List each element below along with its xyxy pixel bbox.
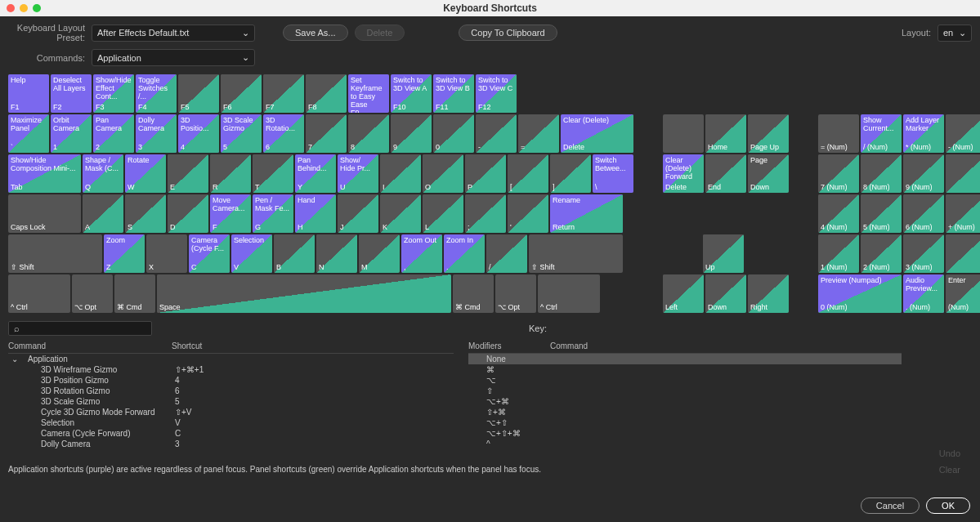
table-row[interactable]: Dolly Camera3 [8, 439, 454, 449]
key[interactable]: F7 [263, 74, 304, 113]
key[interactable]: M [359, 234, 400, 273]
key[interactable]: - (Num) [946, 114, 980, 153]
key[interactable]: Add Layer Marker* (Num) [903, 114, 944, 153]
key[interactable]: 1 (Num) [818, 234, 859, 273]
save-as-button[interactable]: Save As... [283, 25, 348, 41]
key[interactable]: F6 [221, 74, 262, 113]
key[interactable]: End [705, 154, 746, 193]
key[interactable]: Up [703, 234, 744, 273]
key[interactable]: Enter(Num) [946, 274, 980, 313]
key[interactable]: Switch to 3D View AF10 [391, 74, 432, 113]
key[interactable]: Show/Hide Effect Cont...F3 [93, 74, 134, 113]
cancel-button[interactable]: Cancel [861, 497, 920, 514]
key[interactable]: Shape / Mask (C...Q [83, 154, 123, 193]
undo-button[interactable]: Undo [939, 448, 960, 458]
key[interactable]: 3D Rotatio...6 [263, 114, 304, 153]
key[interactable]: 8 [348, 114, 389, 153]
key[interactable]: S [125, 194, 166, 233]
key[interactable]: F5 [178, 74, 219, 113]
key[interactable]: Audio Preview.... (Num) [903, 274, 944, 313]
clear-button[interactable]: Clear [939, 465, 960, 475]
key[interactable]: 7 [306, 114, 347, 153]
table-row[interactable]: 3D Scale Gizmo5 [8, 396, 454, 407]
maximize-icon[interactable] [33, 4, 41, 12]
table-row[interactable]: ⌥+⇧+⌘ [468, 428, 902, 439]
table-row[interactable]: ⌘ [468, 364, 902, 375]
key[interactable]: 5 (Num) [861, 194, 902, 233]
table-row[interactable]: ⌥+⌘ [468, 396, 902, 407]
key[interactable]: HandH [295, 194, 336, 233]
key[interactable]: Clear (Delete)Delete [561, 114, 633, 153]
key[interactable]: Pan Behind...Y [295, 154, 336, 193]
key[interactable]: 7 (Num) [818, 154, 859, 193]
table-row[interactable]: ⌥ [468, 375, 902, 386]
key[interactable]: ⌥ Opt [72, 274, 113, 313]
key[interactable]: RotateW [125, 154, 166, 193]
search-input[interactable] [23, 323, 146, 333]
key[interactable]: = [518, 114, 559, 153]
key[interactable]: 4 (Num) [818, 194, 859, 233]
key[interactable]: ; [465, 194, 506, 233]
key[interactable]: P [465, 154, 506, 193]
key[interactable]: A [83, 194, 123, 233]
key[interactable]: ^ Ctrl [538, 274, 600, 313]
key[interactable]: Set Keyframe to Easy EaseF9 [348, 74, 389, 113]
key[interactable]: - [476, 114, 517, 153]
key[interactable]: N [316, 234, 357, 273]
key[interactable]: Zoom Out, [401, 234, 442, 273]
key[interactable]: Down [705, 274, 746, 313]
table-row[interactable]: ^ [468, 439, 902, 449]
table-row[interactable]: ⇧ [468, 386, 902, 396]
key[interactable]: Switch to 3D View CF12 [476, 74, 517, 113]
key[interactable]: 8 (Num) [861, 154, 902, 193]
key[interactable]: Camera (Cycle F...C [189, 234, 230, 273]
table-row[interactable]: SelectionV [8, 417, 454, 428]
key[interactable]: 3D Scale Gizmo5 [221, 114, 262, 153]
key[interactable]: = (Num) [818, 114, 859, 153]
key[interactable]: Orbit Camera1 [51, 114, 92, 153]
key[interactable]: ⇧ Shift [8, 234, 102, 273]
key[interactable]: Pen / Mask Fe...G [253, 194, 293, 233]
table-row[interactable]: None [468, 354, 902, 364]
key[interactable]: Move Camera...F [210, 194, 251, 233]
key[interactable]: R [210, 154, 251, 193]
key[interactable] [946, 234, 980, 273]
table-row[interactable]: Camera (Cycle Forward)C [8, 428, 454, 439]
key[interactable]: Switch Betwee...\ [593, 154, 633, 193]
table-row[interactable]: 3D Wireframe Gizmo⇧+⌘+1 [8, 364, 454, 375]
key[interactable]: Right [748, 274, 789, 313]
key[interactable]: D [168, 194, 208, 233]
key[interactable]: Dolly Camera3 [136, 114, 177, 153]
tree-root[interactable]: ⌄Application [8, 354, 454, 364]
table-row[interactable]: 3D Position Gizmo4 [8, 375, 454, 386]
key[interactable]: Home [705, 114, 746, 153]
key[interactable]: Zoom In. [444, 234, 485, 273]
table-row[interactable]: ⌥+⇧ [468, 417, 902, 428]
key[interactable]: Switch to 3D View BF11 [433, 74, 474, 113]
key[interactable]: B [274, 234, 315, 273]
key[interactable]: Clear (Delete) ForwardDelete [663, 154, 704, 193]
key[interactable]: + (Num) [946, 194, 980, 233]
key[interactable]: HelpF1 [8, 74, 49, 113]
key[interactable]: Show/Hide Composition Mini-...Tab [8, 154, 81, 193]
key[interactable] [946, 154, 980, 193]
close-icon[interactable] [7, 4, 15, 12]
key[interactable]: SelectionV [231, 234, 272, 273]
key[interactable]: ' [508, 194, 548, 233]
delete-button[interactable]: Delete [355, 25, 405, 41]
key[interactable]: Deselect All LayersF2 [51, 74, 92, 113]
preset-dropdown[interactable]: After Effects Default.txt⌄ [92, 25, 255, 42]
minimize-icon[interactable] [20, 4, 28, 12]
key[interactable]: Preview (Numpad)0 (Num) [818, 274, 902, 313]
key[interactable]: [ [508, 154, 548, 193]
key[interactable]: Space [157, 274, 451, 313]
key[interactable]: L [423, 194, 463, 233]
key[interactable]: ZoomZ [104, 234, 145, 273]
key[interactable]: Left [663, 274, 704, 313]
key[interactable]: J [338, 194, 378, 233]
key[interactable]: Pan Camera2 [93, 114, 134, 153]
key[interactable]: PageDown [748, 154, 789, 193]
key[interactable]: ⌘ Cmd [114, 274, 155, 313]
key[interactable]: ] [550, 154, 591, 193]
key[interactable]: Page Up [748, 114, 789, 153]
